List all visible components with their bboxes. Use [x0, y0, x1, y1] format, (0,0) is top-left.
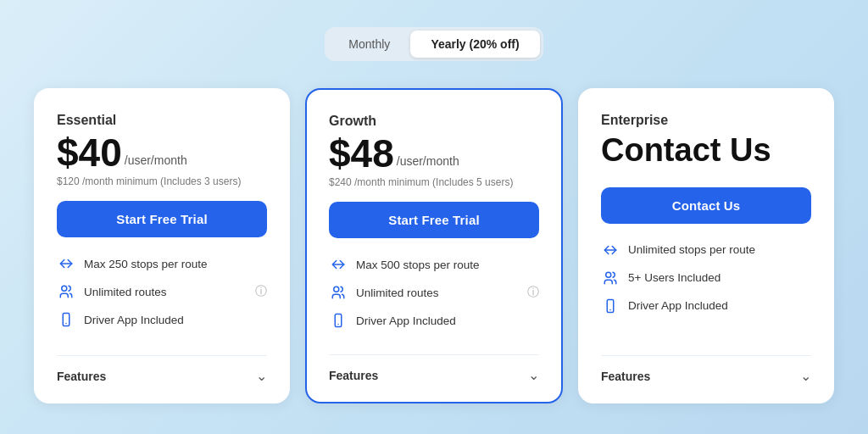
- plan-footer[interactable]: Features ⌄: [329, 354, 539, 383]
- feature-text: 5+ Users Included: [628, 271, 721, 284]
- plan-price-row: $48 /user/month: [329, 134, 539, 173]
- feature-item: Unlimited routes ⓘ: [329, 283, 539, 302]
- feature-text: Unlimited stops per route: [628, 243, 755, 256]
- plan-cta-essential[interactable]: Start Free Trial: [57, 201, 267, 237]
- feature-item: Max 250 stops per route: [57, 254, 267, 273]
- plan-footer-label: Features: [57, 370, 106, 383]
- plan-footer[interactable]: Features ⌄: [57, 355, 267, 384]
- yearly-toggle[interactable]: Yearly (20% off): [410, 31, 539, 58]
- feature-item: Driver App Included: [601, 297, 811, 315]
- plan-features-list: Unlimited stops per route 5+ Users Inclu…: [601, 241, 811, 340]
- feature-text: Max 250 stops per route: [84, 258, 208, 270]
- feature-icon-users: [329, 283, 348, 302]
- plan-cta-enterprise[interactable]: Contact Us: [601, 187, 811, 224]
- feature-icon-route: [329, 255, 348, 274]
- plan-footer-label: Features: [601, 370, 650, 383]
- plan-name: Growth: [329, 114, 539, 129]
- feature-item: Unlimited stops per route: [601, 241, 811, 259]
- plan-footer[interactable]: Features ⌄: [601, 355, 811, 384]
- feature-icon-route: [601, 241, 620, 259]
- chevron-down-icon: ⌄: [528, 367, 539, 383]
- plan-price-amount: $40: [57, 133, 122, 172]
- plan-price-row: $40 /user/month: [57, 133, 267, 172]
- plan-minimum: $120 /month minimum (Includes 3 users): [57, 175, 267, 187]
- feature-text: Max 500 stops per route: [356, 259, 480, 271]
- chevron-down-icon: ⌄: [256, 368, 267, 384]
- feature-text: Unlimited routes: [84, 286, 167, 298]
- info-icon[interactable]: ⓘ: [527, 285, 539, 300]
- feature-text: Driver App Included: [356, 314, 456, 327]
- svg-point-3: [334, 287, 339, 292]
- feature-item: Max 500 stops per route: [329, 255, 539, 274]
- plan-name: Essential: [57, 113, 267, 128]
- plan-features-list: Max 250 stops per route Unlimited routes…: [57, 254, 267, 340]
- feature-icon-users: [601, 269, 620, 287]
- plan-cta-growth[interactable]: Start Free Trial: [329, 202, 539, 238]
- feature-icon-phone: [329, 311, 348, 330]
- plan-price-unit: /user/month: [397, 154, 459, 168]
- feature-icon-route: [57, 254, 75, 273]
- chevron-down-icon: ⌄: [800, 368, 811, 384]
- plan-footer-label: Features: [329, 369, 378, 382]
- feature-text: Driver App Included: [628, 299, 728, 312]
- plan-price-unit: /user/month: [125, 153, 187, 167]
- plans-container: Essential $40 /user/month $120 /month mi…: [34, 88, 834, 403]
- plan-features-list: Max 500 stops per route Unlimited routes…: [329, 255, 539, 339]
- feature-item: Driver App Included: [329, 311, 539, 330]
- feature-item: 5+ Users Included: [601, 269, 811, 287]
- billing-toggle: Monthly Yearly (20% off): [325, 27, 542, 61]
- feature-item: Driver App Included: [57, 310, 267, 329]
- plan-minimum: $240 /month minimum (Includes 5 users): [329, 176, 539, 188]
- plan-price-amount: $48: [329, 134, 394, 173]
- plan-name: Enterprise: [601, 113, 811, 128]
- svg-point-6: [606, 272, 611, 277]
- feature-item: Unlimited routes ⓘ: [57, 282, 267, 301]
- plan-card-growth: Growth $48 /user/month $240 /month minim…: [305, 88, 563, 403]
- plan-card-essential: Essential $40 /user/month $120 /month mi…: [34, 88, 290, 403]
- feature-text: Driver App Included: [84, 314, 184, 326]
- info-icon[interactable]: ⓘ: [255, 284, 267, 299]
- plan-card-enterprise: Enterprise Contact Us Contact Us Unlimit…: [578, 88, 834, 403]
- feature-icon-phone: [601, 297, 620, 315]
- svg-point-0: [62, 286, 67, 291]
- feature-icon-phone: [57, 310, 75, 329]
- feature-icon-users: [57, 282, 75, 301]
- feature-text: Unlimited routes: [356, 287, 439, 299]
- monthly-toggle[interactable]: Monthly: [328, 31, 410, 58]
- plan-price-enterprise: Contact Us: [601, 133, 811, 169]
